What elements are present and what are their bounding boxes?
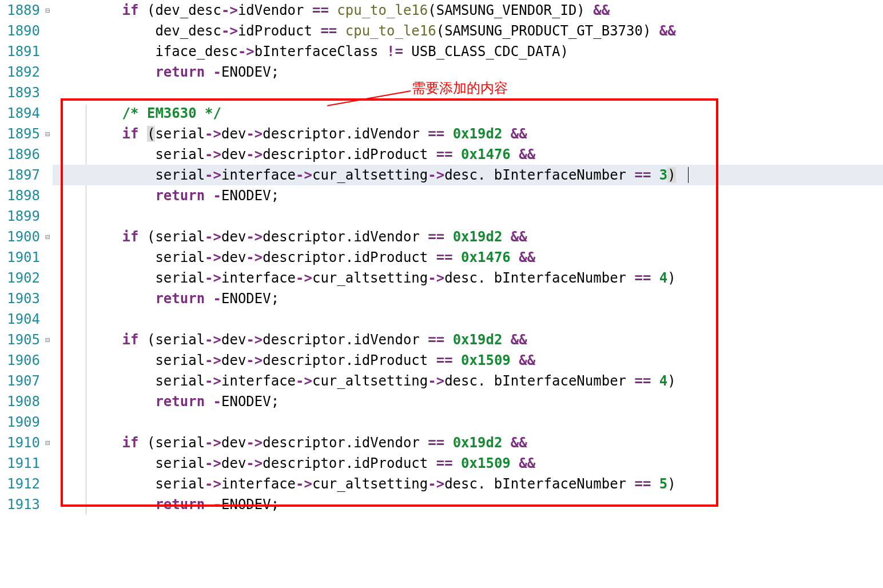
code-line[interactable]: 1911 serial->dev->descriptor.idProduct =… — [0, 453, 883, 474]
fold-toggle-icon[interactable]: ⊟ — [42, 329, 53, 350]
line-number[interactable]: 1907 — [0, 371, 42, 391]
line-number[interactable]: 1891 — [0, 41, 42, 62]
identifier: bInterfaceNumber — [494, 167, 626, 183]
code-content[interactable]: if (serial->dev->descriptor.idVendor == … — [53, 227, 883, 247]
line-number[interactable]: 1910 — [0, 432, 42, 453]
operator: -> — [428, 167, 444, 183]
identifier: . — [478, 373, 486, 389]
number-literal: 4 — [659, 270, 667, 286]
identifier: ) — [667, 270, 675, 286]
code-content[interactable]: serial->dev->descriptor.idProduct == 0x1… — [53, 247, 883, 268]
line-number[interactable]: 1900 — [0, 227, 42, 247]
line-number[interactable]: 1893 — [0, 82, 42, 103]
line-number[interactable]: 1908 — [0, 391, 42, 412]
fold-toggle-icon[interactable]: ⊟ — [42, 124, 53, 144]
bracket-close-highlight: ) — [667, 167, 675, 183]
number-literal: 4 — [659, 373, 667, 389]
code-line[interactable]: 1910⊟ if (serial->dev->descriptor.idVend… — [0, 432, 883, 453]
code-line[interactable]: 1900⊟ if (serial->dev->descriptor.idVend… — [0, 227, 883, 247]
code-line[interactable]: 1909 — [0, 412, 883, 432]
identifier: serial — [155, 270, 205, 286]
line-number[interactable]: 1909 — [0, 412, 42, 432]
code-line[interactable]: 1892 return -ENODEV; — [0, 62, 883, 82]
code-content[interactable]: return -ENODEV; — [53, 288, 883, 309]
code-content[interactable]: serial->dev->descriptor.idProduct == 0x1… — [53, 144, 883, 165]
code-line[interactable]: 1891 iface_desc->bInterfaceClass != USB_… — [0, 41, 883, 62]
fold-toggle-icon[interactable]: ⊟ — [42, 227, 53, 247]
fold-toggle-icon[interactable]: ⊟ — [42, 432, 53, 453]
line-number[interactable]: 1901 — [0, 247, 42, 268]
code-content[interactable]: serial->interface->cur_altsetting->desc.… — [53, 371, 883, 391]
code-line[interactable]: 1899 — [0, 206, 883, 227]
line-number[interactable]: 1911 — [0, 453, 42, 474]
code-line[interactable]: 1908 return -ENODEV; — [0, 391, 883, 412]
identifier: ; — [271, 188, 279, 204]
line-number[interactable]: 1905 — [0, 329, 42, 350]
code-content[interactable]: serial->dev->descriptor.idProduct == 0x1… — [53, 453, 883, 474]
code-content[interactable]: serial->dev->descriptor.idProduct == 0x1… — [53, 350, 883, 371]
code-line[interactable]: 1895⊟ if (serial->dev->descriptor.idVend… — [0, 124, 883, 144]
code-content[interactable]: iface_desc->bInterfaceClass != USB_CLASS… — [53, 41, 883, 62]
keyword: return — [155, 291, 205, 307]
code-content[interactable]: return -ENODEV; — [53, 62, 883, 82]
code-line[interactable]: 1893 — [0, 82, 883, 103]
code-line[interactable]: 1889⊟ if (dev_desc->idVendor == cpu_to_l… — [0, 0, 883, 21]
line-number[interactable]: 1897 — [0, 165, 42, 185]
line-number[interactable]: 1890 — [0, 21, 42, 41]
identifier: bInterfaceClass — [254, 43, 379, 59]
identifier: ENODEV — [221, 188, 271, 204]
code-line[interactable]: 1898 return -ENODEV; — [0, 185, 883, 206]
code-content[interactable]: dev_desc->idProduct == cpu_to_le16(SAMSU… — [53, 21, 883, 41]
code-content[interactable]: if (serial->dev->descriptor.idVendor == … — [53, 432, 883, 453]
code-content[interactable]: return -ENODEV; — [53, 391, 883, 412]
operator: == — [635, 270, 651, 286]
line-number[interactable]: 1913 — [0, 494, 42, 515]
code-line[interactable]: 1906 serial->dev->descriptor.idProduct =… — [0, 350, 883, 371]
code-content[interactable]: serial->interface->cur_altsetting->desc.… — [53, 165, 883, 185]
line-number[interactable]: 1902 — [0, 268, 42, 288]
identifier: . — [345, 249, 353, 265]
number-literal: 0x1476 — [461, 146, 511, 162]
code-line[interactable]: 1903 return -ENODEV; — [0, 288, 883, 309]
identifier: . — [478, 476, 486, 492]
operator: - — [213, 188, 221, 204]
code-editor[interactable]: 1889⊟ if (dev_desc->idVendor == cpu_to_l… — [0, 0, 883, 515]
line-number[interactable]: 1903 — [0, 288, 42, 309]
code-content[interactable]: /* EM3630 */ — [53, 103, 883, 124]
line-number[interactable]: 1898 — [0, 185, 42, 206]
line-number[interactable]: 1904 — [0, 309, 42, 329]
identifier: ; — [271, 64, 279, 80]
code-content[interactable]: serial->interface->cur_altsetting->desc.… — [53, 474, 883, 494]
identifier: desc — [444, 373, 478, 389]
fold-toggle-icon[interactable]: ⊟ — [42, 0, 53, 21]
line-number[interactable]: 1889 — [0, 0, 42, 21]
code-content[interactable]: if (serial->dev->descriptor.idVendor == … — [53, 124, 883, 144]
code-line[interactable]: 1901 serial->dev->descriptor.idProduct =… — [0, 247, 883, 268]
code-line[interactable]: 1894 /* EM3630 */ — [0, 103, 883, 124]
operator: == — [428, 126, 444, 142]
code-line[interactable]: 1912 serial->interface->cur_altsetting->… — [0, 474, 883, 494]
code-content[interactable]: if (dev_desc->idVendor == cpu_to_le16(SA… — [53, 0, 883, 21]
line-number[interactable]: 1912 — [0, 474, 42, 494]
line-number[interactable]: 1895 — [0, 124, 42, 144]
code-line[interactable]: 1907 serial->interface->cur_altsetting->… — [0, 371, 883, 391]
code-line[interactable]: 1913 return -ENODEV; — [0, 494, 883, 515]
operator: == — [436, 352, 453, 368]
code-content[interactable]: serial->interface->cur_altsetting->desc.… — [53, 268, 883, 288]
line-number[interactable]: 1892 — [0, 62, 42, 82]
code-line[interactable]: 1902 serial->interface->cur_altsetting->… — [0, 268, 883, 288]
code-content[interactable]: if (serial->dev->descriptor.idVendor == … — [53, 329, 883, 350]
code-content[interactable]: return -ENODEV; — [53, 185, 883, 206]
number-literal: 0x1509 — [461, 455, 511, 471]
line-number[interactable]: 1894 — [0, 103, 42, 124]
line-number[interactable]: 1896 — [0, 144, 42, 165]
identifier: serial — [155, 146, 205, 162]
code-line[interactable]: 1890 dev_desc->idProduct == cpu_to_le16(… — [0, 21, 883, 41]
code-line[interactable]: 1896 serial->dev->descriptor.idProduct =… — [0, 144, 883, 165]
code-line[interactable]: 1897 serial->interface->cur_altsetting->… — [0, 165, 883, 185]
code-line[interactable]: 1904 — [0, 309, 883, 329]
code-content[interactable]: return -ENODEV; — [53, 494, 883, 515]
line-number[interactable]: 1899 — [0, 206, 42, 227]
line-number[interactable]: 1906 — [0, 350, 42, 371]
code-line[interactable]: 1905⊟ if (serial->dev->descriptor.idVend… — [0, 329, 883, 350]
